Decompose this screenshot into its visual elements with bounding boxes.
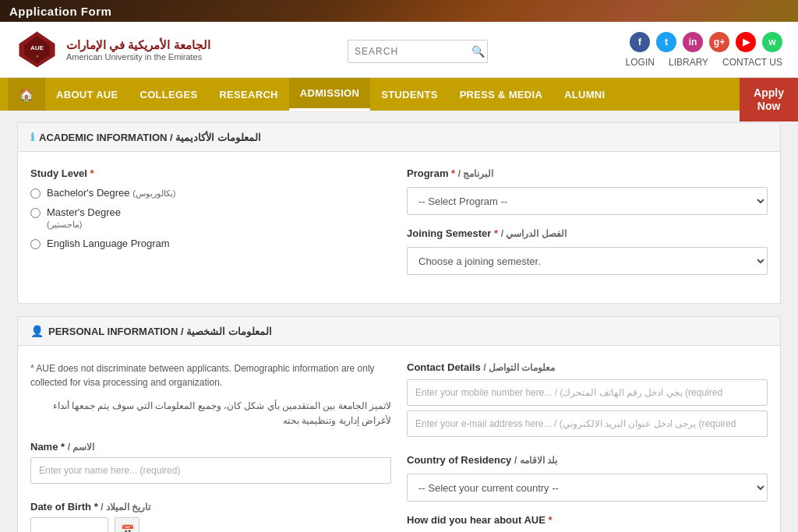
search-button[interactable]: 🔍 bbox=[465, 45, 488, 58]
top-banner: Application Form bbox=[0, 0, 798, 22]
english-radio-item[interactable]: English Language Program bbox=[30, 238, 391, 249]
academic-section-body: Study Level * Bachelor's Degree (بكالوري… bbox=[18, 152, 780, 303]
youtube-icon[interactable]: ▶ bbox=[736, 32, 756, 52]
academic-section-title: ACADEMIC INFORMATION / المعلومات الأكادي… bbox=[39, 132, 261, 143]
facebook-icon[interactable]: f bbox=[630, 32, 650, 52]
logo-arabic: الجامعة الأمريكية في الإمارات bbox=[66, 38, 210, 52]
googleplus-icon[interactable]: g+ bbox=[709, 32, 729, 52]
nav-press-media[interactable]: PRESS & MEDIA bbox=[449, 78, 553, 111]
contact-label: Contact Details / معلومات التواصل bbox=[407, 361, 768, 373]
personal-right-col: Contact Details / معلومات التواصل Countr… bbox=[407, 361, 768, 532]
dob-label: Date of Birth * / تاريخ الميلاد bbox=[30, 501, 391, 513]
nav-students[interactable]: STUDENTS bbox=[370, 78, 448, 111]
name-input[interactable] bbox=[30, 457, 391, 484]
page-content: ℹ ACADEMIC INFORMATION / المعلومات الأكا… bbox=[9, 111, 789, 532]
bachelor-radio-item[interactable]: Bachelor's Degree (بكالوريوس) bbox=[30, 187, 391, 199]
logo-area: AUE ✦ الجامعة الأمريكية في الإمارات Amer… bbox=[16, 28, 210, 71]
nav-colleges[interactable]: COLLEGES bbox=[129, 78, 209, 111]
bachelor-label: Bachelor's Degree (بكالوريوس) bbox=[47, 187, 176, 199]
login-link[interactable]: LOGIN bbox=[626, 57, 655, 68]
nav-about-aue[interactable]: ABOUT AUE bbox=[45, 78, 129, 111]
nav-alumni[interactable]: ALUMNI bbox=[553, 78, 616, 111]
country-field: Country of Residency / بلد الاقامه -- Se… bbox=[407, 454, 768, 502]
header: AUE ✦ الجامعة الأمريكية في الإمارات Amer… bbox=[0, 22, 798, 78]
personal-section-header: 👤 PERSONAL INFORMATION / المعلومات الشخص… bbox=[18, 317, 780, 346]
calendar-button[interactable]: 📅 bbox=[115, 517, 139, 532]
logo-text: الجامعة الأمريكية في الإمارات American U… bbox=[66, 38, 210, 62]
email-input[interactable] bbox=[407, 410, 768, 437]
contact-details-field: Contact Details / معلومات التواصل bbox=[407, 361, 768, 442]
study-level-col: Study Level * Bachelor's Degree (بكالوري… bbox=[30, 167, 391, 287]
academic-section-header: ℹ ACADEMIC INFORMATION / المعلومات الأكا… bbox=[18, 123, 780, 152]
personal-section-title: PERSONAL INFORMATION / المعلومات الشخصية bbox=[48, 326, 272, 337]
page-title: Application Form bbox=[9, 5, 111, 18]
library-link[interactable]: LIBRARY bbox=[669, 57, 708, 68]
info-icon: ℹ bbox=[30, 131, 34, 143]
search-input[interactable] bbox=[348, 46, 465, 57]
personal-grid: * AUE does not discriminate between appl… bbox=[30, 361, 768, 532]
svg-text:✦: ✦ bbox=[36, 54, 39, 58]
name-label: Name * / الاسم bbox=[30, 441, 391, 453]
study-level-radio-group: Bachelor's Degree (بكالوريوس) Master's D… bbox=[30, 187, 391, 249]
how-hear-field: How did you hear about AUE * -- Select S… bbox=[407, 514, 768, 532]
header-search: 🔍 bbox=[348, 37, 488, 63]
personal-section: 👤 PERSONAL INFORMATION / المعلومات الشخص… bbox=[17, 316, 781, 532]
academic-section: ℹ ACADEMIC INFORMATION / المعلومات الأكا… bbox=[17, 122, 781, 304]
instagram-icon[interactable]: in bbox=[683, 32, 703, 52]
user-icon: 👤 bbox=[30, 325, 44, 337]
program-label: Program * / البرنامج bbox=[407, 167, 768, 179]
svg-text:AUE: AUE bbox=[30, 44, 44, 51]
master-radio[interactable] bbox=[30, 208, 41, 218]
personal-section-body: * AUE does not discriminate between appl… bbox=[18, 346, 780, 532]
how-hear-label: How did you hear about AUE * bbox=[407, 514, 768, 526]
header-right: f t in g+ ▶ w LOGIN LIBRARY CONTACT US bbox=[626, 32, 782, 68]
header-links: LOGIN LIBRARY CONTACT US bbox=[626, 57, 782, 68]
social-icons: f t in g+ ▶ w bbox=[630, 32, 782, 52]
dob-input[interactable] bbox=[30, 517, 108, 532]
mobile-input[interactable] bbox=[407, 379, 768, 406]
search-box[interactable]: 🔍 bbox=[348, 40, 488, 63]
academic-grid: Study Level * Bachelor's Degree (بكالوري… bbox=[30, 167, 768, 287]
nav-research[interactable]: RESEARCH bbox=[208, 78, 288, 111]
program-select[interactable]: -- Select Program -- bbox=[407, 187, 768, 215]
apply-now-button[interactable]: Apply Now bbox=[740, 78, 798, 122]
dob-field: Date of Birth * / تاريخ الميلاد 📅 bbox=[30, 501, 391, 532]
name-field: Name * / الاسم bbox=[30, 441, 391, 488]
joining-label: Joining Semester * / الفصل الدراسي bbox=[407, 227, 768, 239]
nav-admission[interactable]: ADMISSION bbox=[289, 78, 370, 111]
master-label: Master's Degree (ماجستير) bbox=[47, 206, 121, 230]
notice-ar: لاتميز الجامعة بين المتقدمين بأي شكل كان… bbox=[30, 399, 391, 428]
country-select[interactable]: -- Select your current country -- bbox=[407, 474, 768, 502]
contact-link[interactable]: CONTACT US bbox=[722, 57, 782, 68]
joining-semester-select[interactable]: Choose a joining semester. bbox=[407, 247, 768, 275]
notice-en: * AUE does not discriminate between appl… bbox=[30, 361, 391, 389]
nav-home[interactable]: 🏠 bbox=[8, 78, 45, 111]
master-radio-item[interactable]: Master's Degree (ماجستير) bbox=[30, 206, 391, 230]
personal-left-col: * AUE does not discriminate between appl… bbox=[30, 361, 391, 532]
joining-semester-field: Joining Semester * / الفصل الدراسي Choos… bbox=[407, 227, 768, 275]
study-level-label: Study Level * bbox=[30, 167, 391, 179]
logo-english: American University in the Emirates bbox=[66, 52, 210, 62]
twitter-icon[interactable]: t bbox=[656, 32, 676, 52]
bachelor-radio[interactable] bbox=[30, 188, 41, 199]
dob-row: 📅 bbox=[30, 517, 391, 532]
program-col: Program * / البرنامج -- Select Program -… bbox=[407, 167, 768, 287]
navigation: 🏠 ABOUT AUE COLLEGES RESEARCH ADMISSION … bbox=[0, 78, 798, 111]
english-radio[interactable] bbox=[30, 239, 41, 249]
country-label: Country of Residency / بلد الاقامه bbox=[407, 454, 768, 466]
logo-icon: AUE ✦ bbox=[16, 28, 58, 71]
program-field: Program * / البرنامج -- Select Program -… bbox=[407, 167, 768, 215]
whatsapp-icon[interactable]: w bbox=[762, 32, 782, 52]
english-label: English Language Program bbox=[47, 238, 170, 249]
